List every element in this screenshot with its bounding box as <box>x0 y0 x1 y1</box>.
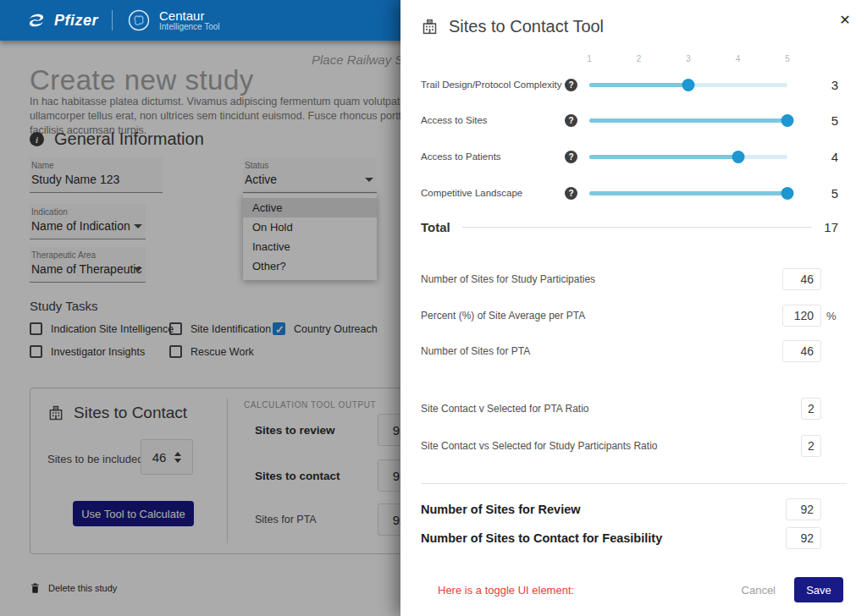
study-participants-ratio-input[interactable]: 2 <box>801 435 821 457</box>
help-icon[interactable]: ? <box>565 151 577 163</box>
slider-access-to-sites[interactable] <box>589 113 787 127</box>
section-divider <box>421 483 847 484</box>
field-row-sites-study-participaties: Number of Sites for Study Participaties … <box>421 267 843 291</box>
screen: Pfizer Centaur Intelligence Tool Place R… <box>0 0 867 616</box>
cancel-button[interactable]: Cancel <box>742 584 776 597</box>
slider-competitive-landscape[interactable] <box>589 186 787 200</box>
result-row-sites-contact-feasibility: Number of Sites to Contact for Feasibili… <box>421 526 843 550</box>
percent-sign: % <box>826 310 843 322</box>
slider-label: Competitive Landscape <box>421 188 563 198</box>
field-row-percent-site-average: Percent (%) of Site Average per PTA 120 … <box>421 304 843 327</box>
total-value: 17 <box>824 220 838 234</box>
slider-thumb[interactable] <box>781 187 794 200</box>
slider-row-competitive-landscape: Competitive Landscape ? 5 <box>421 184 838 201</box>
hospital-building-icon <box>421 18 439 36</box>
result-row-sites-for-review: Number of Sites for Review 92 <box>421 498 843 521</box>
slider-trail-design[interactable] <box>589 78 787 91</box>
sites-contact-feasibility-result-input[interactable]: 92 <box>786 527 821 549</box>
help-icon[interactable]: ? <box>565 187 577 200</box>
close-icon[interactable]: ✕ <box>835 9 855 30</box>
total-row: Total 17 <box>421 217 838 236</box>
sites-to-contact-tool-modal: Sites to Contact Tool ✕ 12 34 5 Trail De… <box>400 0 867 616</box>
pfizer-logo: Pfizer <box>25 9 98 31</box>
toggle-note: Here is a toggle UI element: <box>438 584 574 597</box>
modal-title: Sites to Contact Tool <box>421 17 604 36</box>
slider-value: 5 <box>831 113 838 128</box>
slider-value: 4 <box>831 150 838 164</box>
pta-ratio-input[interactable]: 2 <box>801 398 821 420</box>
header-divider <box>112 10 113 30</box>
sites-for-review-result-input[interactable]: 92 <box>786 498 821 520</box>
sites-for-pta-input[interactable]: 46 <box>782 340 821 362</box>
slider-thumb[interactable] <box>682 79 695 91</box>
percent-site-average-input[interactable]: 120 <box>782 305 821 327</box>
sites-study-participaties-input[interactable]: 46 <box>782 268 821 290</box>
total-label: Total <box>421 220 450 234</box>
help-icon[interactable]: ? <box>565 79 577 91</box>
slider-value: 3 <box>831 78 838 92</box>
slider-label: Trail Design/Protocol Complexity <box>421 80 563 90</box>
save-button[interactable]: Save <box>794 577 843 602</box>
app-name: Centaur <box>159 9 220 23</box>
slider-thumb[interactable] <box>732 151 744 163</box>
slider-thumb[interactable] <box>781 114 794 127</box>
slider-label: Access to Sites <box>421 115 563 125</box>
help-icon[interactable]: ? <box>565 114 577 127</box>
app-subtitle: Intelligence Tool <box>159 22 220 31</box>
slider-label: Access to Patients <box>421 151 563 162</box>
brain-icon <box>126 8 152 33</box>
pfizer-swoosh-icon <box>25 9 47 31</box>
slider-row-trail-design: Trail Design/Protocol Complexity ? 3 <box>421 76 838 93</box>
slider-row-access-to-patients: Access to Patients ? 4 <box>421 148 838 165</box>
slider-scale-ticks: 12 34 5 <box>589 54 787 64</box>
field-row-sites-for-pta: Number of Sites for PTA 46 <box>421 339 843 363</box>
slider-value: 5 <box>831 186 838 201</box>
ratio-row-study-participants: Site Contact vs Selected for Study Parti… <box>421 434 843 458</box>
brand-name: Pfizer <box>54 12 98 30</box>
slider-row-access-to-sites: Access to Sites ? 5 <box>421 112 838 129</box>
slider-access-to-patients[interactable] <box>589 150 787 163</box>
total-divider <box>462 227 813 228</box>
ratio-row-pta: Site Contact v Selected for PTA Ratio 2 <box>421 397 843 421</box>
